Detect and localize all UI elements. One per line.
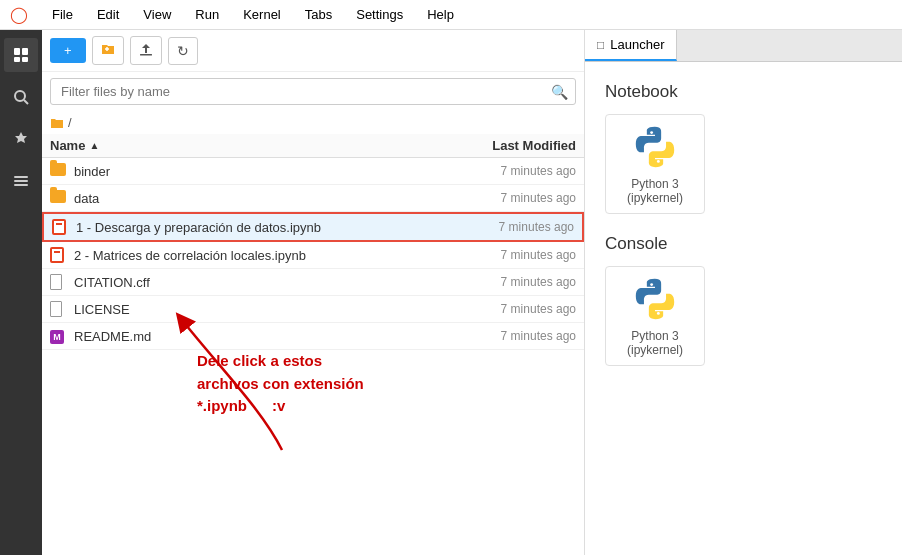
- logo-icon: ◯: [10, 5, 28, 24]
- menubar: ◯ File Edit View Run Kernel Tabs Setting…: [0, 0, 902, 30]
- menu-tabs[interactable]: Tabs: [301, 5, 336, 24]
- tab-label: Launcher: [610, 37, 664, 52]
- svg-point-13: [650, 283, 653, 286]
- notebook-icon: [50, 247, 68, 263]
- svg-rect-3: [22, 57, 28, 62]
- tab-bar: □ Launcher: [585, 30, 902, 62]
- menu-settings[interactable]: Settings: [352, 5, 407, 24]
- menu-file[interactable]: File: [48, 5, 77, 24]
- folder-icon: [50, 163, 68, 179]
- launcher-panel: Notebook Python 3(ipykernel) Console: [585, 62, 902, 555]
- file-list: binder 7 minutes ago data 7 minutes ago …: [42, 158, 584, 555]
- sort-icon: ▲: [89, 140, 99, 151]
- file-name: README.md: [74, 329, 436, 344]
- file-name: 1 - Descarga y preparación de datos.ipyn…: [76, 220, 434, 235]
- file-row[interactable]: CITATION.cff 7 minutes ago: [42, 269, 584, 296]
- svg-rect-9: [140, 54, 152, 56]
- menu-kernel[interactable]: Kernel: [239, 5, 285, 24]
- menu-view[interactable]: View: [139, 5, 175, 24]
- notebook-icon: [52, 219, 70, 235]
- svg-point-11: [650, 131, 653, 134]
- search-input[interactable]: [50, 78, 576, 105]
- svg-rect-1: [22, 48, 28, 55]
- file-icon: [50, 274, 68, 290]
- file-name: binder: [74, 164, 436, 179]
- breadcrumb-path: /: [68, 115, 72, 130]
- search-box: 🔍: [50, 78, 576, 105]
- file-row[interactable]: LICENSE 7 minutes ago: [42, 296, 584, 323]
- file-modified: 7 minutes ago: [436, 248, 576, 262]
- file-row[interactable]: M README.md 7 minutes ago: [42, 323, 584, 350]
- python3-notebook-card[interactable]: Python 3(ipykernel): [605, 114, 705, 214]
- plus-icon: +: [64, 43, 72, 58]
- col-name-header[interactable]: Name ▲: [50, 138, 436, 153]
- file-toolbar: + + ↻: [42, 30, 584, 72]
- new-button[interactable]: + +: [50, 38, 86, 63]
- file-modified: 7 minutes ago: [436, 329, 576, 343]
- file-name: data: [74, 191, 436, 206]
- notebook-section-title: Notebook: [605, 82, 882, 102]
- file-row[interactable]: data 7 minutes ago: [42, 185, 584, 212]
- file-row[interactable]: binder 7 minutes ago: [42, 158, 584, 185]
- file-modified: 7 minutes ago: [436, 191, 576, 205]
- notebook-grid: Python 3(ipykernel): [605, 114, 882, 214]
- svg-rect-6: [14, 176, 28, 178]
- file-list-header: Name ▲ Last Modified: [42, 134, 584, 158]
- sidebar-files-btn[interactable]: [4, 38, 38, 72]
- sidebar-search-btn[interactable]: [4, 80, 38, 114]
- console-section-title: Console: [605, 234, 882, 254]
- menu-edit[interactable]: Edit: [93, 5, 123, 24]
- file-name: 2 - Matrices de correlación locales.ipyn…: [74, 248, 436, 263]
- col-modified-header[interactable]: Last Modified: [436, 138, 576, 153]
- icon-sidebar: [0, 30, 42, 555]
- svg-rect-8: [14, 184, 28, 186]
- file-row-selected[interactable]: 1 - Descarga y preparación de datos.ipyn…: [42, 212, 584, 242]
- python-icon: [631, 123, 679, 171]
- external-link-icon: □: [597, 38, 604, 52]
- search-icon: 🔍: [551, 84, 568, 100]
- file-modified: 7 minutes ago: [436, 164, 576, 178]
- sidebar-extensions-btn[interactable]: [4, 122, 38, 156]
- right-panel: □ Launcher Notebook Python 3(ipykernel): [585, 30, 902, 555]
- file-modified: 7 minutes ago: [436, 275, 576, 289]
- svg-line-5: [24, 100, 28, 104]
- file-modified: 7 minutes ago: [434, 220, 574, 234]
- menu-help[interactable]: Help: [423, 5, 458, 24]
- file-modified: 7 minutes ago: [436, 302, 576, 316]
- python-console-icon: [631, 275, 679, 323]
- main-layout: + + ↻ 🔍 / Name ▲ Last: [0, 30, 902, 555]
- refresh-button[interactable]: ↻: [168, 37, 198, 65]
- menu-run[interactable]: Run: [191, 5, 223, 24]
- python3-notebook-label: Python 3(ipykernel): [627, 177, 683, 205]
- new-folder-button[interactable]: [92, 36, 124, 65]
- svg-point-12: [657, 160, 660, 163]
- folder-icon: [50, 190, 68, 206]
- python3-console-label: Python 3(ipykernel): [627, 329, 683, 357]
- folder-icon: [50, 116, 64, 130]
- svg-point-14: [657, 312, 660, 315]
- file-row[interactable]: 2 - Matrices de correlación locales.ipyn…: [42, 242, 584, 269]
- upload-button[interactable]: [130, 36, 162, 65]
- file-icon: [50, 301, 68, 317]
- tab-launcher[interactable]: □ Launcher: [585, 30, 677, 61]
- console-grid: Python 3(ipykernel): [605, 266, 882, 366]
- svg-rect-0: [14, 48, 20, 55]
- sidebar-list-btn[interactable]: [4, 164, 38, 198]
- file-panel: + + ↻ 🔍 / Name ▲ Last: [42, 30, 585, 555]
- file-name: LICENSE: [74, 302, 436, 317]
- breadcrumb: /: [42, 111, 584, 134]
- python3-console-card[interactable]: Python 3(ipykernel): [605, 266, 705, 366]
- markdown-icon: M: [50, 328, 68, 344]
- file-name: CITATION.cff: [74, 275, 436, 290]
- svg-rect-7: [14, 180, 28, 182]
- svg-point-4: [15, 91, 25, 101]
- svg-rect-2: [14, 57, 20, 62]
